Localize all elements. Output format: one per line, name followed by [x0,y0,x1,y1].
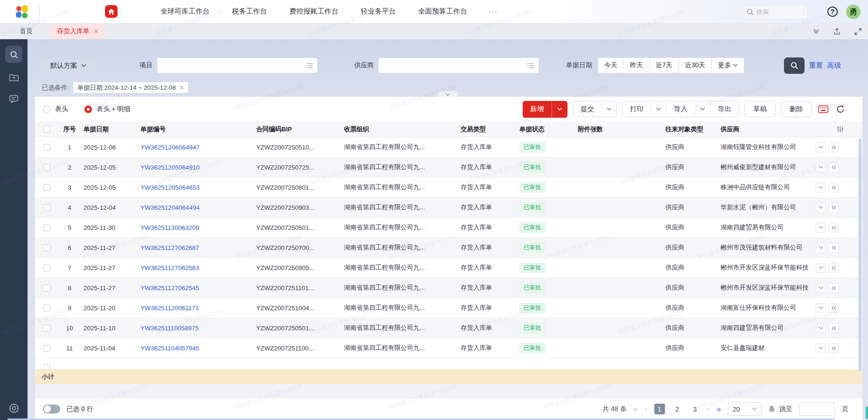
row-collapse-left-button[interactable] [829,283,839,293]
page-1-button[interactable]: 1 [654,404,665,414]
sidebar-item-settings[interactable] [0,403,28,413]
row-checkbox[interactable] [43,264,50,271]
table-row[interactable]: 11 2025-11-04 YW36251104057945 YZWZ20072… [35,338,862,358]
reset-link[interactable]: 重置 [809,61,823,70]
tab-inventory-receipt[interactable]: 存货入库单 [50,23,105,39]
table-row[interactable]: 10 2025-11-10 YW36251110058975 YZWZ20072… [35,318,862,338]
table-row[interactable]: 1 2025-12-06 YW36251206064947 YZWZ200725… [35,137,862,157]
row-checkbox[interactable] [43,204,50,211]
vertical-scrollbar[interactable] [859,138,861,371]
print-button[interactable]: 打印 [623,101,651,117]
import-button[interactable]: 导入 [666,101,695,117]
row-expand-button[interactable] [816,223,826,233]
column-settings-icon[interactable] [837,126,844,133]
shortcut-keyboard-icon[interactable] [817,103,829,115]
row-doc-link[interactable]: YW36251205064653 [138,184,253,191]
row-expand-button[interactable] [816,142,826,152]
row-doc-link[interactable]: YW36251104057945 [138,345,253,352]
last-page-button[interactable]: » [717,405,721,413]
row-checkbox[interactable] [43,144,50,151]
table-row[interactable]: 4 2025-12-04 YW36251204064494 YZWZ200725… [35,198,862,218]
next-page-button[interactable]: › [707,405,710,413]
prev-page-button[interactable]: ‹ [644,405,647,413]
date-7days-button[interactable]: 近7天 [650,57,679,73]
export-button[interactable]: 导出 [710,101,739,117]
row-expand-button[interactable] [816,283,826,293]
row-doc-link[interactable]: YW36251130063209 [138,224,253,231]
query-button[interactable] [784,57,805,74]
row-doc-link[interactable]: YW36251127062687 [138,244,253,251]
row-collapse-left-button[interactable] [829,243,839,253]
avatar[interactable]: 勇 [846,5,861,19]
fullscreen-icon[interactable] [854,28,861,35]
share-icon[interactable] [833,28,840,35]
help-icon[interactable]: ? [827,7,838,17]
table-row[interactable]: 7 2025-11-27 YW36251127062563 YZWZ200725… [35,258,862,278]
table-row[interactable]: 8 2025-11-27 YW36251127062545 YZWZ200725… [35,278,862,298]
page-3-button[interactable]: 3 [690,404,700,414]
row-collapse-left-button[interactable] [829,323,839,333]
row-checkbox[interactable] [43,345,50,352]
table-row[interactable]: 3 2025-12-05 YW36251205064653 YZWZ200725… [35,178,862,198]
row-doc-link[interactable]: YW36251204064494 [138,204,253,211]
import-dropdown-button[interactable] [695,101,710,117]
row-expand-button[interactable] [816,303,826,313]
sidebar-item-messages[interactable] [5,92,22,106]
row-expand-button[interactable] [816,203,826,213]
row-collapse-left-button[interactable] [829,263,839,273]
row-doc-link[interactable]: YW36251120061173 [138,305,253,312]
row-collapse-left-button[interactable] [829,203,839,213]
sidebar-item-files[interactable] [5,71,22,85]
global-search-input[interactable] [756,8,801,15]
supplier-input[interactable] [378,57,539,73]
close-icon[interactable] [94,29,98,34]
row-expand-button[interactable] [816,343,826,353]
app-logo-icon[interactable] [16,5,29,18]
radio-header-detail[interactable]: 表头＋明细 [84,105,131,114]
row-doc-link[interactable]: YW36251110058975 [138,325,253,332]
jump-page-input[interactable] [799,402,835,416]
row-expand-button[interactable] [816,243,826,253]
scheme-select[interactable]: 默认方案 [42,57,94,73]
row-checkbox[interactable] [43,244,50,251]
collapse-tabs-icon[interactable] [813,29,819,34]
print-dropdown-button[interactable] [651,101,666,117]
select-toggle[interactable] [43,405,60,413]
row-doc-link[interactable]: YW36251205064910 [138,164,253,171]
nav-budget-workbench[interactable]: 全面预算工作台 [418,7,467,16]
first-page-button[interactable]: « [634,405,638,413]
row-checkbox[interactable] [43,164,50,171]
row-checkbox[interactable] [43,325,50,332]
footer-scrollbar-thumb[interactable] [866,406,868,419]
list-select-icon[interactable] [527,63,534,69]
row-expand-button[interactable] [816,163,826,172]
home-icon[interactable] [105,5,118,18]
nav-light-business-platform[interactable]: 轻业务平台 [361,7,396,16]
nav-treasury-workbench[interactable]: 全球司库工作台 [161,7,210,16]
submit-dropdown-button[interactable] [602,101,616,117]
row-doc-link[interactable]: YW36251206064947 [138,144,253,151]
tab-home[interactable]: 首页 [15,23,37,39]
row-checkbox[interactable] [43,184,50,191]
table-row[interactable]: 2 2025-12-05 YW36251205064910 YZWZ200725… [35,157,862,178]
select-all-checkbox[interactable] [43,126,50,133]
nav-expense-workbench[interactable]: 费控报账工作台 [289,7,338,16]
row-checkbox[interactable] [43,224,50,231]
sidebar-item-search[interactable] [5,46,22,63]
radio-header-only[interactable]: 表头 [43,105,69,114]
project-input[interactable] [157,57,318,73]
row-doc-link[interactable]: YW36251127062545 [138,285,253,292]
row-expand-button[interactable] [816,263,826,273]
row-collapse-left-button[interactable] [829,183,839,192]
date-yesterday-button[interactable]: 昨天 [624,57,650,73]
row-checkbox[interactable] [43,285,50,292]
delete-button[interactable]: 删除 [781,101,812,117]
date-today-button[interactable]: 今天 [598,57,624,73]
remove-tag-icon[interactable] [180,85,184,90]
row-checkbox[interactable] [43,305,50,312]
refresh-icon[interactable] [834,103,847,115]
table-row[interactable]: 6 2025-11-27 YW36251127062687 YZWZ200725… [35,238,862,258]
add-dropdown-button[interactable] [552,101,567,118]
nav-more-icon[interactable]: ··· [489,7,497,16]
row-collapse-left-button[interactable] [829,163,839,172]
